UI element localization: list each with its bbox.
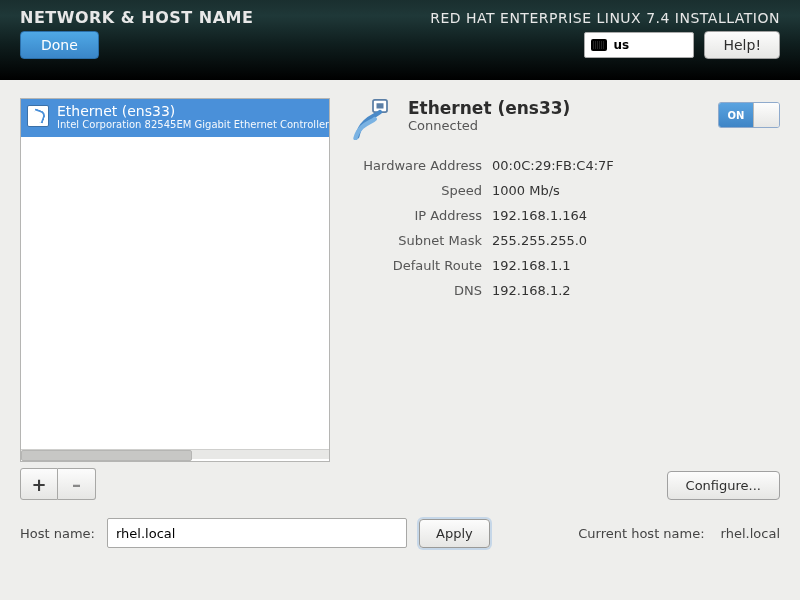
hostname-label: Host name: xyxy=(20,526,95,541)
ethernet-icon xyxy=(27,105,49,127)
toggle-knob xyxy=(753,103,779,127)
svg-rect-1 xyxy=(377,103,384,108)
connection-toggle[interactable]: ON xyxy=(718,102,780,128)
detail-row: Speed1000 Mb/s xyxy=(352,183,780,198)
detail-row: Subnet Mask255.255.255.0 xyxy=(352,233,780,248)
header-bar: NETWORK & HOST NAME RED HAT ENTERPRISE L… xyxy=(0,0,800,80)
interface-panel: Ethernet (ens33) Intel Corporation 82545… xyxy=(20,98,330,500)
page-title: NETWORK & HOST NAME xyxy=(20,8,253,27)
detail-row: Hardware Address00:0C:29:FB:C4:7F xyxy=(352,158,780,173)
detail-row: Default Route192.168.1.1 xyxy=(352,258,780,273)
interface-list-item[interactable]: Ethernet (ens33) Intel Corporation 82545… xyxy=(21,99,329,137)
keyboard-icon xyxy=(591,39,607,51)
remove-interface-button[interactable]: – xyxy=(58,468,96,500)
detail-table: Hardware Address00:0C:29:FB:C4:7F Speed1… xyxy=(352,158,780,298)
current-hostname-label: Current host name: xyxy=(578,526,704,541)
detail-row: IP Address192.168.1.164 xyxy=(352,208,780,223)
hostname-row: Host name: Apply Current host name: rhel… xyxy=(0,500,800,548)
done-button[interactable]: Done xyxy=(20,31,99,59)
interface-list-scrollbar[interactable] xyxy=(21,449,329,459)
add-interface-button[interactable]: + xyxy=(20,468,58,500)
hostname-input[interactable] xyxy=(107,518,407,548)
detail-title: Ethernet (ens33) xyxy=(408,98,570,118)
configure-button[interactable]: Configure... xyxy=(667,471,780,500)
interface-item-title: Ethernet (ens33) xyxy=(57,103,330,119)
apply-hostname-button[interactable]: Apply xyxy=(419,519,490,548)
current-hostname-value: rhel.local xyxy=(721,526,780,541)
keyboard-layout-indicator[interactable]: us xyxy=(584,32,694,58)
installer-title: RED HAT ENTERPRISE LINUX 7.4 INSTALLATIO… xyxy=(430,10,780,26)
interface-item-subtitle: Intel Corporation 82545EM Gigabit Ethern… xyxy=(57,119,330,131)
detail-row: DNS192.168.1.2 xyxy=(352,283,780,298)
interface-list[interactable]: Ethernet (ens33) Intel Corporation 82545… xyxy=(20,98,330,462)
ethernet-icon xyxy=(352,98,394,140)
keyboard-layout-label: us xyxy=(613,38,629,52)
interface-detail-pane: Ethernet (ens33) Connected ON Hardware A… xyxy=(352,98,780,500)
toggle-on-label: ON xyxy=(719,103,753,127)
content-area: Ethernet (ens33) Intel Corporation 82545… xyxy=(0,80,800,500)
help-button[interactable]: Help! xyxy=(704,31,780,59)
detail-status: Connected xyxy=(408,118,570,133)
